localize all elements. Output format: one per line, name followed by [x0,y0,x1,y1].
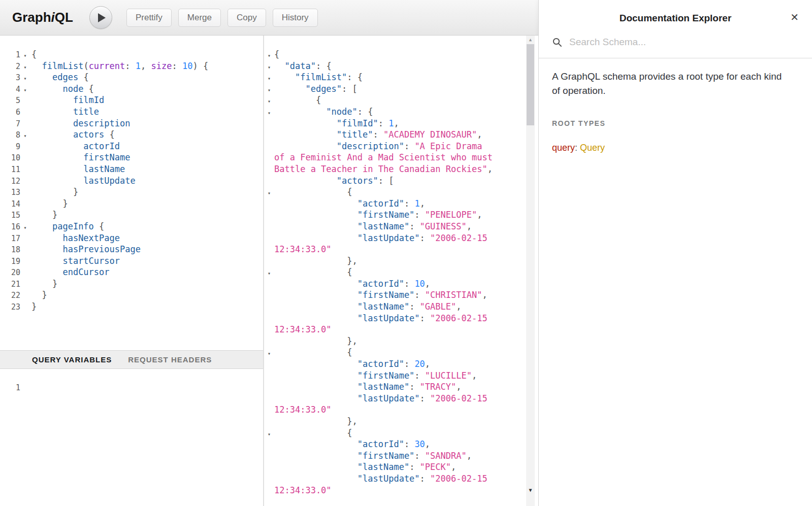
response-line[interactable]: "lastUpdate": "2006-02-15 [264,473,538,485]
query-line[interactable]: 19 startCursor [0,255,263,267]
response-line[interactable]: 12:34:33.0" [264,324,538,335]
query-line[interactable]: 4▾ node { [0,83,263,95]
response-line[interactable]: "lastUpdate": "2006-02-15 [264,313,538,324]
response-line[interactable]: "description": "A Epic Drama [264,141,538,152]
fold-arrow-icon[interactable]: ▾ [20,50,30,62]
response-line[interactable]: "lastUpdate": "2006-02-15 [264,393,538,404]
response-line[interactable]: of a Feminist And a Mad Scientist who mu… [264,152,538,163]
fold-arrow-icon[interactable]: ▾ [20,73,30,85]
query-line[interactable]: 13 } [0,186,263,198]
query-line[interactable]: 8▾ actors { [0,129,263,141]
fold-arrow-icon[interactable]: ▾ [20,85,30,96]
fold-arrow-icon[interactable]: ▾ [264,96,274,108]
response-line[interactable]: "firstName": "PENELOPE", [264,209,538,221]
tab-request-headers[interactable]: REQUEST HEADERS [128,355,212,364]
fold-arrow-icon[interactable]: ▾ [264,429,274,441]
query-line[interactable]: 18 hasPreviousPage [0,244,263,255]
fold-arrow-icon[interactable]: ▾ [264,62,274,74]
response-line[interactable]: ▾{ [264,49,538,60]
fold-arrow-icon[interactable]: ▾ [20,62,30,74]
doc-search-input[interactable] [569,37,799,48]
query-line[interactable]: 14 } [0,198,263,210]
fold-arrow-icon[interactable]: ▾ [264,188,274,199]
scroll-up-icon[interactable]: ▲ [526,36,535,44]
response-line[interactable]: 12:34:33.0" [264,485,538,496]
response-line[interactable]: ▾ "node": { [264,106,538,118]
response-line[interactable]: "lastUpdate": "2006-02-15 [264,232,538,244]
fold-arrow-icon[interactable]: ▾ [264,348,274,360]
fold-arrow-icon[interactable]: ▾ [264,85,274,96]
query-line[interactable]: 1▾{ [0,49,263,60]
query-editor[interactable]: 1▾{2▾ filmList(current: 1, size: 10) {3▾… [0,36,263,350]
response-line[interactable]: }, [264,416,538,427]
response-line[interactable]: ▾ { [264,94,538,106]
history-button[interactable]: History [273,9,318,27]
response-line[interactable]: "actorId": 10, [264,278,538,290]
query-line[interactable]: 7 description [0,118,263,129]
fold-arrow-icon[interactable]: ▾ [20,130,30,142]
query-line[interactable]: 23} [0,301,263,313]
response-line[interactable]: "filmId": 1, [264,118,538,129]
response-line[interactable]: "lastName": "GABLE", [264,301,538,313]
response-line[interactable]: "lastName": "TRACY", [264,381,538,393]
fold-arrow-icon[interactable]: ▾ [264,73,274,85]
response-line[interactable]: ▾ "data": { [264,60,538,72]
response-line[interactable]: "firstName": "LUCILLE", [264,370,538,382]
query-line[interactable]: 12 lastUpdate [0,175,263,187]
response-line[interactable]: "firstName": "CHRISTIAN", [264,289,538,301]
line-number: 16 [0,221,20,233]
response-line[interactable]: "title": "ACADEMY DINOSAUR", [264,129,538,141]
app-logo: GraphiQL [12,10,73,25]
response-line[interactable]: ▾ { [264,347,538,358]
response-line[interactable]: "actors": [ [264,175,538,187]
query-line[interactable]: 5 filmId [0,94,263,106]
variables-line[interactable]: 1 [0,382,263,394]
response-line[interactable]: "actorId": 1, [264,198,538,210]
tab-query-variables[interactable]: QUERY VARIABLES [32,355,112,364]
response-line[interactable]: }, [264,255,538,267]
merge-button[interactable]: Merge [178,9,221,27]
prettify-button[interactable]: Prettify [126,9,172,27]
response-line[interactable]: ▾ "edges": [ [264,83,538,95]
query-line[interactable]: 3▾ edges { [0,72,263,83]
response-pane[interactable]: ▾{▾ "data": {▾ "filmList": {▾ "edges": [… [264,36,538,506]
response-line[interactable]: Battle a Teacher in The Canadian Rockies… [264,163,538,175]
response-line[interactable]: 12:34:33.0" [264,404,538,416]
response-line[interactable]: ▾ { [264,266,538,278]
fold-arrow-icon[interactable]: ▾ [20,222,30,234]
response-line[interactable]: "actorId": 20, [264,358,538,370]
response-line[interactable]: 12:34:33.0" [264,244,538,255]
query-line[interactable]: 21 } [0,278,263,290]
response-line[interactable]: "firstName": "SANDRA", [264,450,538,462]
query-line[interactable]: 11 lastName [0,163,263,175]
query-line[interactable]: 10 firstName [0,152,263,163]
fold-arrow-icon[interactable]: ▾ [264,108,274,119]
execute-button[interactable] [89,6,112,29]
response-line[interactable]: ▾ { [264,427,538,439]
query-line[interactable]: 16▾ pageInfo { [0,221,263,232]
response-line[interactable]: ▾ "filmList": { [264,72,538,83]
scroll-down-icon[interactable]: ▼ [526,486,535,494]
copy-button[interactable]: Copy [228,9,266,27]
query-line[interactable]: 6 title [0,106,263,118]
close-icon[interactable]: ✕ [790,12,799,22]
query-line[interactable]: 9 actorId [0,141,263,152]
query-line[interactable]: 2▾ filmList(current: 1, size: 10) { [0,60,263,72]
scrollbar-thumb[interactable] [527,44,534,125]
response-line[interactable]: "actorId": 30, [264,438,538,450]
code-text: "lastUpdate": "2006-02-15 [274,473,488,485]
response-line[interactable]: ▾ { [264,186,538,198]
fold-arrow-icon[interactable]: ▾ [264,268,274,280]
variables-editor[interactable]: 1 [0,369,263,506]
query-line[interactable]: 22 } [0,289,263,301]
response-line[interactable]: "lastName": "PECK", [264,461,538,473]
response-scrollbar[interactable]: ▲ ▼ [526,36,535,506]
query-line[interactable]: 15 } [0,209,263,221]
root-type-link[interactable]: Query [580,143,605,153]
query-line[interactable]: 20 endCursor [0,266,263,278]
response-line[interactable]: }, [264,335,538,347]
line-number: 1 [0,49,20,61]
response-line[interactable]: "lastName": "GUINESS", [264,221,538,232]
query-line[interactable]: 17 hasNextPage [0,232,263,244]
fold-arrow-icon[interactable]: ▾ [264,50,274,62]
